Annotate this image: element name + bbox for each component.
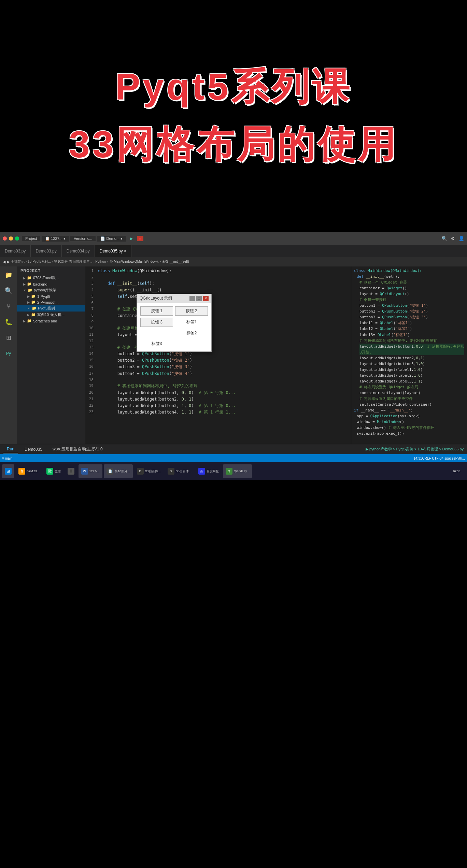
window-min-btn[interactable] xyxy=(9,236,13,241)
taskbar-1227[interactable]: W 1227-... xyxy=(79,464,103,478)
dialog-close-btn[interactable]: ✕ xyxy=(203,296,209,301)
code-editor[interactable]: 1class MainWindow(QMainWindow): 2 3 def … xyxy=(85,266,351,444)
taskbar-wechat[interactable]: 微 微信 xyxy=(44,464,63,478)
editor-tab-demo033-py[interactable]: Demo03.py xyxy=(0,245,31,257)
file-item-pyqt5-example[interactable]: ▼ 📁 Pyqt5案例 xyxy=(17,305,85,312)
search-icon[interactable]: 🔍 xyxy=(441,236,447,241)
file-panel: Project ▶ 📁 0708-Excel教... ▶ 📁 backend ▼… xyxy=(17,266,85,444)
run-tab-demo035[interactable]: Demo035 xyxy=(21,446,46,453)
tab-version[interactable]: Version c... xyxy=(70,236,96,241)
status-lang: Pyth... xyxy=(455,457,465,460)
status-spaces: 4 spaces xyxy=(442,457,455,460)
taskbar-baiying2[interactable]: D D:\自百体... xyxy=(165,464,194,478)
run-btn[interactable]: ▶ xyxy=(127,236,136,242)
taskbar-start[interactable]: ⊞ xyxy=(2,464,14,478)
run-tab-word[interactable]: word应用报告自动生成V1.0 xyxy=(49,445,106,453)
menu-tabs: Project 📋 1227... ▾ Version c... 📄 Demo.… xyxy=(22,236,439,242)
breadcrumb-class: 类 MainWindow(QMainWindow): › 函数 __init__… xyxy=(110,259,189,264)
file-item-backend[interactable]: ▶ 📁 backend xyxy=(17,281,85,287)
ide-main: 📁 🔍 ⑂ 🐛 ⊞ Py Project ▶ 📁 0708-Excel教... … xyxy=(0,266,467,444)
taskbar-hao123-label: hao123... xyxy=(27,469,40,473)
window-max-btn[interactable] xyxy=(15,236,19,241)
sidebar-extensions-icon[interactable]: ⊞ xyxy=(3,333,14,343)
bottom-black-area xyxy=(0,480,467,868)
status-branch: ⑂ main xyxy=(2,457,12,460)
window-close-btn[interactable] xyxy=(3,236,7,241)
dialog-button3[interactable]: 按钮 3 xyxy=(140,318,173,327)
file-item-python-lib[interactable]: ▼ 📁 python库教学... xyxy=(17,287,85,293)
title-line2: 33网格布局的使用 xyxy=(69,119,398,170)
dialog-label3: 标签2 xyxy=(175,329,208,337)
run-panel: Run Demo035 word应用报告自动生成V1.0 ▶ python库教学… xyxy=(0,444,467,454)
taskbar-qgrid-label: QGridLay... xyxy=(234,469,249,473)
dialog-label2 xyxy=(140,329,173,337)
baiying2-icon: D xyxy=(168,468,174,475)
taskbar-baiying1[interactable]: D D:\自百体... xyxy=(134,464,164,478)
stop-btn[interactable]: ■ xyxy=(137,236,143,241)
taskbar-hao123[interactable]: h hao123... xyxy=(16,464,42,478)
title-line1: Pyqt5系列课 xyxy=(115,62,352,113)
file-item-scratches[interactable]: ▶ 📁 Scratches and xyxy=(17,318,85,324)
taskbar: ⊞ h hao123... 微 微信 ☰ W 1227-... 📄 第10部分.… xyxy=(0,462,467,480)
file-item-1-pyqt5[interactable]: ▶ 📁 1-Pyqt5 xyxy=(17,293,85,299)
dialog-button2[interactable]: 按钮 2 xyxy=(175,306,208,316)
right-code-content: class MainWindow(QMainWindow): def __ini… xyxy=(351,266,467,438)
file-item-0708[interactable]: ▶ 📁 0708-Excel教... xyxy=(17,275,85,281)
dialog-min-btn[interactable]: _ xyxy=(189,296,195,301)
taskbar-qgrid[interactable]: Q QGridLay... xyxy=(223,464,252,478)
start-icon: ⊞ xyxy=(5,468,12,475)
taskbar-system-tray: 16:55 xyxy=(450,469,465,473)
settings-icon[interactable]: ⚙ xyxy=(451,236,455,241)
taskbar-baidu[interactable]: 百 百度网盘 xyxy=(196,464,222,478)
dialog-title: QGridLayout 示例 xyxy=(140,295,172,301)
run-tab-run[interactable]: Run xyxy=(3,445,18,453)
taskbar-part10-label: 第10部分... xyxy=(115,469,130,474)
baiying1-icon: D xyxy=(137,468,144,475)
sidebar-search-icon[interactable]: 🔍 xyxy=(3,286,14,296)
status-line-col: 14:31 xyxy=(413,457,422,460)
tab-project[interactable]: Project xyxy=(22,236,40,241)
sidebar-explorer-icon[interactable]: 📁 xyxy=(3,270,14,280)
taskbar-baiying1-label: D:\自百体... xyxy=(145,469,161,474)
wechat-icon: 微 xyxy=(46,468,53,475)
sidebar-left: 📁 🔍 ⑂ 🐛 ⊞ Py xyxy=(0,266,17,444)
tab-1227[interactable]: 📋 1227... ▾ xyxy=(42,236,69,242)
nav-forward[interactable]: ▶ xyxy=(7,260,10,264)
status-bar: ⑂ main 14:31 CRLF UTF-8 4 spaces Pyth... xyxy=(0,454,467,462)
status-crlf: CRLF UTF-8 xyxy=(422,457,441,460)
file-item-case10[interactable]: ▶ 📁 案例10-无人机... xyxy=(17,312,85,318)
toolbar-icons: 🔍 ⚙ 👤 xyxy=(441,236,464,241)
ide-area: Project 📋 1227... ▾ Version c... 📄 Demo.… xyxy=(0,232,467,480)
taskbar-wechat-label: 微信 xyxy=(55,469,61,474)
file-item-2-pymupdf[interactable]: ▶ 📁 2-Pymupdf... xyxy=(17,299,85,305)
editor-tab-demo035[interactable]: Demo035.py × xyxy=(95,245,131,257)
sidebar-python-icon[interactable]: Py xyxy=(3,348,14,359)
taskbar-time: 16:55 xyxy=(452,469,460,473)
right-panel: class MainWindow(QMainWindow): def __ini… xyxy=(351,266,467,444)
baidu-icon: 百 xyxy=(198,468,205,475)
code-content: 1class MainWindow(QMainWindow): 2 3 def … xyxy=(85,266,351,432)
dialog-button1[interactable]: 按钮 1 xyxy=(140,306,173,316)
window-controls[interactable] xyxy=(3,236,19,241)
breadcrumb-bar: ◀ ▶ 全部笔记 › 13-Pyqt5系列... › 第10部分 布局管理器与.… xyxy=(0,257,467,266)
dialog-titlebar: QGridLayout 示例 _ □ ✕ xyxy=(137,294,211,303)
taskbar-baidu-label: 百度网盘 xyxy=(207,469,219,474)
editor-tab-demo034[interactable]: Demo034.py xyxy=(62,245,95,257)
breadcrumb-path: 全部笔记 › 13-Pyqt5系列... › 第10部分 布局管理器与... ›… xyxy=(11,259,108,264)
user-icon[interactable]: 👤 xyxy=(458,236,464,241)
title-area: Pyqt5系列课 33网格布局的使用 xyxy=(0,0,467,232)
sidebar-git-icon[interactable]: ⑂ xyxy=(3,301,14,312)
1227-icon: W xyxy=(81,468,88,475)
editor-tab-demo033-py2[interactable]: Demo03.py xyxy=(31,245,61,257)
editor-tabs: Demo03.py Demo03.py Demo034.py Demo035.p… xyxy=(0,245,467,257)
dialog-max-btn[interactable]: □ xyxy=(196,296,202,301)
nav-back[interactable]: ◀ xyxy=(3,260,5,264)
dialog-label4: 标签3 xyxy=(140,339,173,348)
sidebar-debug-icon[interactable]: 🐛 xyxy=(3,317,14,327)
app1-icon: ☰ xyxy=(68,468,74,475)
taskbar-part10[interactable]: 📄 第10部分... xyxy=(104,464,133,478)
qgridlayout-dialog[interactable]: QGridLayout 示例 _ □ ✕ 按钮 1 按钮 2 按钮 3 标签1 … xyxy=(137,294,212,352)
top-menu-bar: Project 📋 1227... ▾ Version c... 📄 Demo.… xyxy=(0,232,467,245)
tab-demo[interactable]: 📄 Demo... ▾ xyxy=(97,236,126,242)
taskbar-app1[interactable]: ☰ xyxy=(65,464,77,478)
